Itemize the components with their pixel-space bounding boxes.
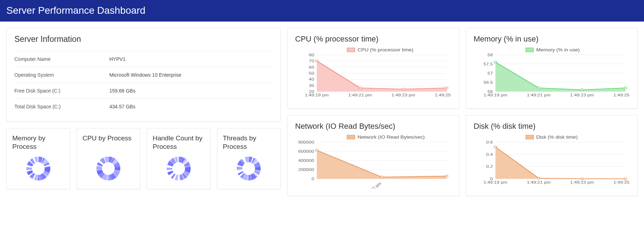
process-mini-card[interactable]: CPU by Process [77,128,141,189]
chart-disk: 00.20.40.6 1:49:19 pm1:49:21 pm1:49:23 p… [474,133,630,189]
svg-point-60 [445,175,448,177]
chart-card-network: Network (IO Read Bytes/sec) 020000040000… [287,115,459,196]
svg-rect-46 [525,48,533,52]
process-mini-card[interactable]: Handle Count by Process [147,128,211,189]
chart-card-memory: Memory (% in use) 5656.55757.558 1:49:19… [466,28,638,109]
chart-network: 0200000400000600000800000 1:49:22 pm Net… [295,133,451,189]
svg-text:57: 57 [487,71,493,75]
svg-point-3 [242,162,255,175]
svg-rect-26 [347,48,355,52]
svg-point-73 [537,177,540,179]
content-area: Server Information Computer NameHYPV1Ope… [0,21,644,202]
svg-point-74 [581,178,583,180]
process-mini-title: Threads by Process [223,134,275,151]
left-column: Server Information Computer NameHYPV1Ope… [6,28,281,196]
svg-text:50: 50 [309,71,314,75]
svg-text:1:49:25 pm: 1:49:25 pm [613,93,630,97]
svg-text:1:49:21 pm: 1:49:21 pm [527,93,550,97]
svg-text:80: 80 [309,53,314,57]
page-title: Server Performance Dashboard [6,5,145,16]
svg-text:0.6: 0.6 [486,140,493,144]
chart-title-memory: Memory (% in use) [474,34,630,44]
server-info-title: Server Information [14,34,273,44]
svg-point-59 [381,176,383,178]
svg-point-41 [624,87,626,89]
donut-wrap [223,154,275,183]
svg-text:0.2: 0.2 [486,165,493,169]
server-info-row: Operating SystemMicrosoft Windows 10 Ent… [14,67,273,83]
svg-point-58 [315,149,318,151]
svg-point-72 [494,146,496,148]
svg-point-20 [402,88,404,90]
server-info-key: Operating System [14,67,109,83]
svg-text:70: 70 [309,59,314,63]
process-mini-title: Handle Count by Process [153,134,205,151]
svg-text:1:49:23 pm: 1:49:23 pm [391,93,415,97]
svg-text:1:49:25 pm: 1:49:25 pm [613,180,630,184]
svg-text:1:49:25 pm: 1:49:25 pm [435,93,451,97]
charts-grid: CPU (% processor time) 20304050607080 1:… [287,28,638,196]
server-info-table: Computer NameHYPV1Operating SystemMicros… [14,51,273,114]
donut-chart-icon [235,154,263,183]
server-info-key: Total Disk Space (C:) [14,99,109,115]
svg-rect-62 [347,135,355,139]
server-info-key: Free Disk Space (C:) [14,83,109,99]
server-info-row: Free Disk Space (C:)159.66 GBs [14,83,273,99]
chart-cpu: 20304050607080 1:49:19 pm1:49:21 pm1:49:… [295,46,451,101]
svg-text:57.5: 57.5 [483,62,493,66]
svg-text:800000: 800000 [298,140,314,144]
svg-text:1:49:19 pm: 1:49:19 pm [483,180,507,184]
donut-chart-icon [94,154,122,183]
svg-text:58: 58 [487,53,493,57]
svg-point-40 [581,89,583,91]
process-mini-title: CPU by Process [83,134,135,151]
svg-text:60: 60 [309,65,314,69]
svg-text:1:49:23 pm: 1:49:23 pm [570,93,594,97]
chart-title-disk: Disk (% disk time) [474,122,630,131]
svg-text:Memory (% in use): Memory (% in use) [536,47,580,52]
server-info-key: Computer Name [14,51,109,67]
process-mini-title: Memory by Process [12,134,64,151]
donut-wrap [153,154,205,183]
svg-text:1:49:21 pm: 1:49:21 pm [527,180,550,184]
svg-point-19 [359,87,361,89]
server-info-value: Microsoft Windows 10 Enterprise [109,67,273,83]
svg-text:0: 0 [312,177,314,181]
donut-wrap [83,154,135,183]
donut-wrap [12,154,64,183]
svg-text:30: 30 [309,83,314,88]
svg-text:400000: 400000 [298,158,314,163]
svg-text:600000: 600000 [298,149,314,153]
process-mini-grid: Memory by ProcessCPU by ProcessHandle Co… [6,128,281,189]
donut-chart-icon [165,154,193,183]
server-info-value: 159.66 GBs [109,83,273,99]
svg-point-18 [315,60,318,62]
process-mini-card[interactable]: Threads by Process [217,128,281,189]
svg-point-75 [624,178,626,180]
server-info-row: Computer NameHYPV1 [14,51,273,67]
chart-title-cpu: CPU (% processor time) [295,34,451,44]
donut-chart-icon [24,154,52,183]
svg-point-21 [445,87,448,89]
svg-point-39 [537,87,540,89]
server-info-row: Total Disk Space (C:)434.57 GBs [14,99,273,115]
svg-text:1:49:22 pm: 1:49:22 pm [362,181,383,189]
svg-rect-80 [525,135,533,139]
svg-text:1:49:19 pm: 1:49:19 pm [305,93,329,97]
chart-card-disk: Disk (% disk time) 00.20.40.6 1:49:19 pm… [466,115,638,196]
svg-text:CPU (% processor time): CPU (% processor time) [357,47,413,52]
page-header: Server Performance Dashboard [0,0,644,21]
svg-text:40: 40 [309,77,314,82]
svg-point-2 [172,162,185,175]
svg-point-0 [32,162,45,175]
svg-text:1:49:21 pm: 1:49:21 pm [348,93,372,97]
server-info-value: 434.57 GBs [109,99,273,115]
svg-point-38 [494,61,496,63]
svg-text:Disk (% disk time): Disk (% disk time) [536,135,578,139]
chart-memory: 5656.55757.558 1:49:19 pm1:49:21 pm1:49:… [474,46,630,101]
svg-text:1:49:23 pm: 1:49:23 pm [570,180,594,184]
chart-card-cpu: CPU (% processor time) 20304050607080 1:… [287,28,459,109]
process-mini-card[interactable]: Memory by Process [6,128,70,189]
svg-text:1:49:19 pm: 1:49:19 pm [483,93,507,97]
svg-text:56.5: 56.5 [483,80,493,84]
